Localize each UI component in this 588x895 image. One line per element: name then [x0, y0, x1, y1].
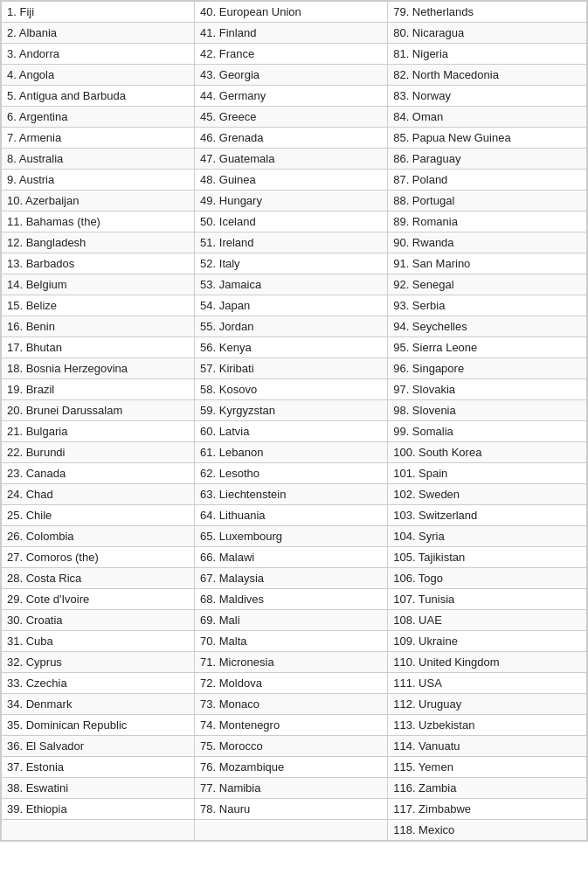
table-cell: 13. Barbados	[2, 253, 195, 274]
table-cell: 38. Eswatini	[2, 778, 195, 799]
table-cell: 63. Liechtenstein	[195, 484, 388, 505]
table-cell: 97. Slovakia	[388, 379, 587, 400]
table-cell: 35. Dominican Republic	[2, 715, 195, 736]
table-cell: 70. Malta	[195, 631, 388, 652]
table-cell: 109. Ukraine	[388, 631, 587, 652]
table-cell: 73. Monaco	[195, 694, 388, 715]
table-row: 37. Estonia76. Mozambique115. Yemen	[2, 757, 587, 778]
table-cell: 64. Lithuania	[195, 505, 388, 526]
table-cell: 116. Zambia	[388, 778, 587, 799]
table-row: 5. Antigua and Barbuda44. Germany83. Nor…	[2, 86, 587, 107]
table-cell: 51. Ireland	[195, 232, 388, 253]
table-cell: 90. Rwanda	[388, 232, 587, 253]
table-cell: 55. Jordan	[195, 316, 388, 337]
table-row: 35. Dominican Republic74. Montenegro113.…	[2, 715, 587, 736]
table-row: 21. Bulgaria60. Latvia99. Somalia	[2, 421, 587, 442]
table-cell: 74. Montenegro	[195, 715, 388, 736]
table-cell: 46. Grenada	[195, 128, 388, 149]
table-cell: 95. Sierra Leone	[388, 337, 587, 358]
table-cell: 31. Cuba	[2, 631, 195, 652]
country-table: 1. Fiji40. European Union79. Netherlands…	[0, 0, 588, 842]
table-cell: 39. Ethiopia	[2, 799, 195, 820]
table-cell: 85. Papua New Guinea	[388, 128, 587, 149]
table-cell: 104. Syria	[388, 526, 587, 547]
table-cell: 115. Yemen	[388, 757, 587, 778]
table-cell: 62. Lesotho	[195, 463, 388, 484]
table-cell: 36. El Salvador	[2, 736, 195, 757]
table-cell: 86. Paraguay	[388, 149, 587, 170]
table-row: 4. Angola43. Georgia82. North Macedonia	[2, 65, 587, 86]
table-row: 1. Fiji40. European Union79. Netherlands	[2, 2, 587, 23]
table-row: 34. Denmark73. Monaco112. Uruguay	[2, 694, 587, 715]
table-cell: 81. Nigeria	[388, 44, 587, 65]
table-cell: 102. Sweden	[388, 484, 587, 505]
table-cell: 37. Estonia	[2, 757, 195, 778]
table-cell: 11. Bahamas (the)	[2, 212, 195, 232]
table-cell: 72. Moldova	[195, 673, 388, 694]
table-row: 31. Cuba70. Malta109. Ukraine	[2, 631, 587, 652]
table-row: 13. Barbados52. Italy91. San Marino	[2, 253, 587, 274]
table-cell: 28. Costa Rica	[2, 568, 195, 589]
table-row: 22. Burundi61. Lebanon100. South Korea	[2, 442, 587, 463]
table-cell: 114. Vanuatu	[388, 736, 587, 757]
table-cell: 91. San Marino	[388, 253, 587, 274]
table-row: 36. El Salvador75. Morocco114. Vanuatu	[2, 736, 587, 757]
table-cell: 80. Nicaragua	[388, 23, 587, 44]
table-cell: 16. Benin	[2, 316, 195, 337]
table-cell	[195, 820, 388, 841]
table-row: 118. Mexico	[2, 820, 587, 841]
table-cell: 54. Japan	[195, 295, 388, 316]
table-cell: 103. Switzerland	[388, 505, 587, 526]
table-row: 7. Armenia46. Grenada85. Papua New Guine…	[2, 128, 587, 149]
table-row: 3. Andorra42. France81. Nigeria	[2, 44, 587, 65]
table-cell	[2, 820, 195, 841]
table-row: 29. Cote d'Ivoire68. Maldives107. Tunisi…	[2, 589, 587, 610]
table-row: 25. Chile64. Lithuania103. Switzerland	[2, 505, 587, 526]
table-cell: 112. Uruguay	[388, 694, 587, 715]
table-row: 30. Croatia69. Mali108. UAE	[2, 610, 587, 631]
table-cell: 49. Hungary	[195, 191, 388, 212]
table-cell: 5. Antigua and Barbuda	[2, 86, 195, 107]
table-cell: 53. Jamaica	[195, 274, 388, 295]
table-cell: 76. Mozambique	[195, 757, 388, 778]
table-cell: 84. Oman	[388, 107, 587, 128]
table-cell: 110. United Kingdom	[388, 652, 587, 673]
table-cell: 71. Micronesia	[195, 652, 388, 673]
table-cell: 105. Tajikistan	[388, 547, 587, 568]
table-row: 15. Belize54. Japan93. Serbia	[2, 295, 587, 316]
table-cell: 25. Chile	[2, 505, 195, 526]
table-row: 23. Canada62. Lesotho101. Spain	[2, 463, 587, 484]
table-cell: 27. Comoros (the)	[2, 547, 195, 568]
table-row: 11. Bahamas (the)50. Iceland89. Romania	[2, 212, 587, 232]
table-cell: 41. Finland	[195, 23, 388, 44]
table-row: 6. Argentina45. Greece84. Oman	[2, 107, 587, 128]
table-cell: 7. Armenia	[2, 128, 195, 149]
table-cell: 24. Chad	[2, 484, 195, 505]
table-row: 38. Eswatini77. Namibia116. Zambia	[2, 778, 587, 799]
table-cell: 69. Mali	[195, 610, 388, 631]
table-cell: 88. Portugal	[388, 191, 587, 212]
table-cell: 66. Malawi	[195, 547, 388, 568]
table-cell: 52. Italy	[195, 253, 388, 274]
table-cell: 26. Colombia	[2, 526, 195, 547]
table-cell: 89. Romania	[388, 212, 587, 232]
table-cell: 65. Luxembourg	[195, 526, 388, 547]
table-row: 12. Bangladesh51. Ireland90. Rwanda	[2, 232, 587, 253]
table-cell: 82. North Macedonia	[388, 65, 587, 86]
table-cell: 30. Croatia	[2, 610, 195, 631]
table-cell: 33. Czechia	[2, 673, 195, 694]
table-row: 17. Bhutan56. Kenya95. Sierra Leone	[2, 337, 587, 358]
table-cell: 67. Malaysia	[195, 568, 388, 589]
table-cell: 40. European Union	[195, 2, 388, 23]
table-cell: 83. Norway	[388, 86, 587, 107]
table-row: 27. Comoros (the)66. Malawi105. Tajikist…	[2, 547, 587, 568]
table-cell: 3. Andorra	[2, 44, 195, 65]
table-cell: 9. Austria	[2, 170, 195, 191]
table-cell: 113. Uzbekistan	[388, 715, 587, 736]
table-cell: 12. Bangladesh	[2, 232, 195, 253]
table-row: 9. Austria48. Guinea87. Poland	[2, 170, 587, 191]
table-cell: 15. Belize	[2, 295, 195, 316]
table-cell: 60. Latvia	[195, 421, 388, 442]
table-row: 19. Brazil58. Kosovo97. Slovakia	[2, 379, 587, 400]
table-cell: 61. Lebanon	[195, 442, 388, 463]
